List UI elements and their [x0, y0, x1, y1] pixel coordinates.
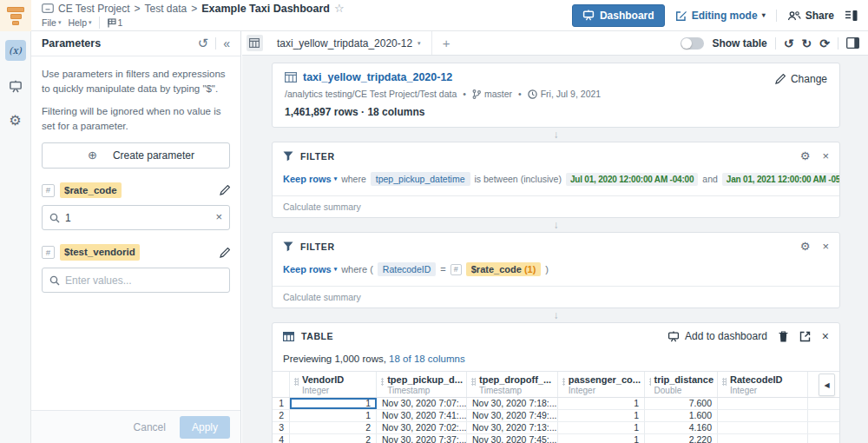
- table-cell[interactable]: [718, 410, 808, 421]
- apply-button[interactable]: Apply: [180, 416, 230, 439]
- table-cell[interactable]: 2.220: [645, 434, 718, 443]
- tab-taxi-yellow-tripdata[interactable]: taxi_yellow_tripdata_2020-12▾: [266, 31, 432, 55]
- filter-settings-gear-icon[interactable]: ⚙: [800, 149, 811, 162]
- delete-trash-icon[interactable]: [779, 331, 788, 342]
- table-cell[interactable]: Nov 30, 2020 7:45:...•••: [467, 434, 558, 443]
- table-cell[interactable]: [718, 422, 808, 433]
- keep-rows-dropdown[interactable]: Keep rows▾: [283, 174, 337, 184]
- table-cell[interactable]: 1: [558, 410, 645, 421]
- help-menu[interactable]: Help▾: [68, 17, 91, 28]
- settings-gear-icon[interactable]: ⚙: [9, 112, 21, 129]
- rate-code-value-input[interactable]: [65, 212, 210, 224]
- table-cell[interactable]: Nov 30, 2020 7:41:...•••: [377, 410, 467, 421]
- filter-field-chip[interactable]: tpep_pickup_datetime: [371, 172, 470, 186]
- column-header[interactable]: trip_distanceDouble: [645, 372, 718, 397]
- column-header[interactable]: tpep_pickup_d...Timestamp: [377, 372, 467, 397]
- show-table-toggle[interactable]: [681, 37, 704, 50]
- version-flag[interactable]: 1: [107, 17, 123, 28]
- close-filter-icon[interactable]: ×: [822, 149, 829, 162]
- filter-settings-gear-icon[interactable]: ⚙: [800, 240, 811, 253]
- drag-handle-icon[interactable]: [649, 378, 651, 386]
- parameter-chip[interactable]: $rate_code (1): [466, 262, 542, 276]
- table-cell[interactable]: Nov 30, 2020 7:18:...•••: [467, 398, 558, 409]
- table-cell[interactable]: 1: [558, 422, 645, 433]
- branch-indicator[interactable]: master: [472, 89, 512, 99]
- breadcrumb-folder[interactable]: Test data: [145, 3, 187, 15]
- dashboard-rail-icon[interactable]: [9, 80, 23, 93]
- scroll-left-button[interactable]: ◀: [819, 374, 835, 396]
- column-header[interactable]: RatecodeIDInteger: [718, 372, 808, 397]
- redo-icon[interactable]: ↻: [802, 37, 812, 50]
- parameters-rail-button[interactable]: (x): [5, 40, 26, 61]
- table-icon: [285, 72, 297, 83]
- create-parameter-button[interactable]: ⊕ Create parameter: [42, 142, 230, 169]
- change-source-button[interactable]: Change: [775, 73, 827, 85]
- table-cell[interactable]: 2: [290, 422, 377, 433]
- calculate-summary-link[interactable]: Calculate summary: [273, 286, 839, 307]
- parameter-name[interactable]: $test_vendorid: [60, 244, 140, 261]
- table-cell[interactable]: [718, 398, 808, 409]
- drag-handle-icon[interactable]: [722, 378, 727, 386]
- editing-mode-dropdown[interactable]: Editing mode ▾: [675, 10, 766, 22]
- table-cell[interactable]: 1: [290, 398, 377, 409]
- data-source-card[interactable]: taxi_yellow_tripdata_2020-12 Change /ana…: [272, 63, 840, 128]
- drag-handle-icon[interactable]: [562, 378, 565, 386]
- test-vendorid-value-input[interactable]: [65, 274, 222, 287]
- open-in-new-icon[interactable]: [799, 331, 811, 342]
- table-cell[interactable]: 1: [558, 398, 645, 409]
- filter-field-chip[interactable]: RatecodeID: [378, 262, 436, 276]
- table-cell[interactable]: Nov 30, 2020 7:37:...•••: [377, 434, 467, 443]
- table-cell[interactable]: Nov 30, 2020 7:02:...•••: [377, 422, 467, 433]
- app-logo-icon[interactable]: [0, 0, 31, 31]
- undo-icon[interactable]: ↺: [198, 36, 209, 51]
- table-cell[interactable]: 1.600: [645, 410, 718, 421]
- column-header[interactable]: VendorIDInteger: [290, 372, 377, 397]
- close-table-icon[interactable]: ×: [822, 329, 829, 343]
- equals-label[interactable]: =: [440, 264, 445, 274]
- table-icon: [283, 332, 294, 341]
- filter-start-date-chip[interactable]: Jul 01, 2020 12:00:00 AM -04:00: [566, 173, 698, 186]
- panel-layout-icon[interactable]: [845, 10, 858, 22]
- table-cell[interactable]: 2: [290, 434, 377, 443]
- breadcrumb-project[interactable]: CE Test Project: [58, 3, 129, 15]
- table-cell[interactable]: Nov 30, 2020 7:49:...•••: [467, 410, 558, 421]
- filter-end-date-chip[interactable]: Jan 01, 2021 12:00:00 AM -05:00: [722, 173, 839, 186]
- collapse-panel-icon[interactable]: «: [223, 36, 230, 50]
- operator-label[interactable]: is between (inclusive): [475, 174, 562, 184]
- drag-handle-icon[interactable]: [294, 378, 299, 386]
- column-header[interactable]: tpep_dropoff_...Timestamp: [467, 372, 558, 397]
- add-to-dashboard-button[interactable]: Add to dashboard: [667, 330, 767, 342]
- clock-icon: [528, 89, 537, 99]
- undo-icon[interactable]: ↺: [784, 37, 794, 50]
- column-header[interactable]: passenger_co...Integer: [558, 372, 645, 397]
- clear-value-icon[interactable]: ×: [215, 209, 222, 226]
- close-filter-icon[interactable]: ×: [822, 240, 829, 253]
- keep-rows-dropdown[interactable]: Keep rows▾: [283, 264, 337, 274]
- table-cell[interactable]: 4.160: [645, 422, 718, 433]
- edit-pencil-icon[interactable]: [220, 185, 230, 195]
- edit-pencil-icon[interactable]: [220, 248, 230, 258]
- table-row: 42Nov 30, 2020 7:37:...•••Nov 30, 2020 7…: [273, 434, 839, 443]
- file-menu[interactable]: File▾: [42, 17, 61, 28]
- table-cell[interactable]: 1: [290, 410, 377, 421]
- source-table-name[interactable]: taxi_yellow_tripdata_2020-12: [303, 71, 452, 83]
- table-cell[interactable]: Nov 30, 2020 7:13:...•••: [467, 422, 558, 433]
- parameter-name[interactable]: $rate_code: [60, 182, 122, 199]
- share-button[interactable]: Share: [787, 10, 834, 22]
- columns-link[interactable]: 18 of 18 columns: [389, 354, 465, 364]
- columns-panel-icon[interactable]: [846, 37, 859, 49]
- cancel-button[interactable]: Cancel: [134, 421, 166, 433]
- breadcrumb-separator: >: [134, 3, 140, 15]
- drag-handle-icon[interactable]: [381, 378, 384, 386]
- search-icon: [49, 275, 60, 286]
- favorite-star-icon[interactable]: ☆: [334, 2, 345, 15]
- dashboard-button[interactable]: Dashboard: [572, 4, 665, 27]
- table-cell[interactable]: Nov 30, 2020 7:07:...•••: [377, 398, 467, 409]
- table-cell[interactable]: 1: [558, 434, 645, 443]
- table-cell[interactable]: [718, 434, 808, 443]
- drag-handle-icon[interactable]: [471, 378, 476, 386]
- calculate-summary-link[interactable]: Calculate summary: [273, 195, 839, 217]
- table-cell[interactable]: 7.600: [645, 398, 718, 409]
- refresh-icon[interactable]: ⟳: [819, 37, 830, 50]
- add-tab-button[interactable]: +: [432, 36, 461, 50]
